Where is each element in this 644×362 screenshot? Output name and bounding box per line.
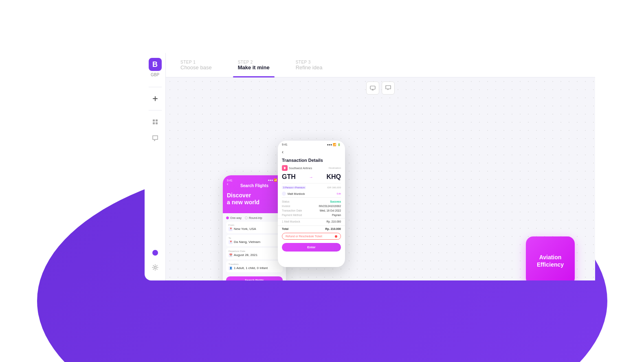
enter-button[interactable]: Enter [282, 243, 341, 252]
aviation-card-text: Aviation Efficiency [537, 254, 564, 268]
airline-logo [282, 165, 288, 171]
sidebar-divider-1 [149, 87, 162, 87]
phone1-status-bar: 9:41 ●●● 📶 🔋 [227, 179, 282, 182]
passenger-row: 3 Person • Premium IDR 360,000 [278, 186, 345, 192]
passenger-name-row: Matt Murdock Edit [278, 192, 345, 197]
invoice-row: Invoice INV231241019302 [282, 205, 341, 207]
status-row: Status Success [282, 200, 341, 203]
settings-icon[interactable] [149, 261, 162, 274]
route-row: GTH → KHQ [278, 172, 345, 183]
svg-rect-0 [153, 119, 155, 121]
from-field[interactable]: From 📍 New York, USA [226, 222, 283, 233]
airline-info: Southwest Airlines [282, 165, 312, 171]
location-icon: 📍 [229, 227, 233, 231]
one-way-option[interactable]: One-way [226, 216, 242, 219]
divider [282, 183, 341, 183]
passenger-info: 3 Person • Premium [282, 186, 306, 189]
canvas-area: 9:41 ●●● 📶 🔋 ‹ Search Flights Discover a… [166, 77, 595, 280]
chat-view-button[interactable] [382, 82, 395, 95]
total-row: Total Rp. 210.000 [278, 225, 345, 233]
traveler-icon: 👤 [229, 266, 233, 270]
refund-button[interactable]: Refund or Reschedule Ticket [282, 233, 341, 240]
phone1-back-arrow[interactable]: ‹ [227, 182, 228, 186]
sidebar: B GBP [145, 53, 166, 280]
destination-icon: 📍 [229, 240, 233, 244]
phone2-nav: ‹ [278, 148, 345, 158]
phone-mockup-search: 9:41 ●●● 📶 🔋 ‹ Search Flights Discover a… [223, 175, 286, 280]
step-3[interactable]: STEP 3 Refine idea [291, 57, 327, 74]
trip-type-selector: One-way Round-trip [226, 216, 283, 219]
from-airport-code: GTH [282, 173, 296, 181]
app-logo: B [149, 58, 162, 71]
refund-indicator [335, 235, 337, 238]
svg-point-4 [154, 267, 156, 269]
traveler-price-row: 1 Matt Murdock Rp. 210.000 [278, 218, 345, 225]
phone1-title-bar: ‹ Search Flights [227, 183, 282, 188]
phone2-status-bar: 9:41 ●●● 📶 🔋 [278, 141, 345, 148]
airline-info-row: Southwest Airlines Destination [278, 165, 345, 172]
step-1[interactable]: STEP 1 Choose base [176, 57, 217, 74]
currency-display[interactable]: GBP [151, 73, 159, 77]
divider-2 [282, 197, 341, 198]
edit-button[interactable]: Edit [337, 192, 341, 195]
phone-mockup-transaction: 9:41 ●●● 📶 🔋 ‹ Transaction Details South… [278, 141, 345, 267]
to-field[interactable]: To 📍 Da Nang, Vietnam [226, 235, 283, 246]
grid-icon[interactable] [149, 115, 162, 128]
payment-method-row: Payment Method Paynan [282, 214, 341, 216]
chat-icon[interactable] [149, 132, 162, 145]
phone1-header: 9:41 ●●● 📶 🔋 ‹ Search Flights Discover a… [223, 175, 286, 213]
svg-rect-2 [153, 122, 155, 124]
user-profile-icon[interactable] [149, 246, 162, 259]
transaction-title: Transaction Details [278, 158, 345, 165]
route-arrow: → [309, 175, 313, 179]
phone1-body: One-way Round-trip From 📍 New York, USA … [223, 213, 286, 280]
transaction-details: Status Success Invoice INV231241019302 T… [278, 200, 345, 216]
discover-text: Discover a new world [227, 190, 282, 208]
step-2[interactable]: STEP 2 Make it mine [233, 57, 275, 74]
aviation-efficiency-card[interactable]: Aviation Efficiency [526, 236, 575, 280]
phone2-back-button[interactable]: ‹ [282, 149, 284, 155]
departure-date-field[interactable]: Departure Date 📅 August 28, 2021 [226, 248, 283, 259]
round-trip-option[interactable]: Round-trip [245, 216, 262, 219]
search-flights-button[interactable]: Search flights [226, 276, 283, 280]
to-airport-code: KHQ [326, 173, 341, 181]
desktop-view-button[interactable] [366, 82, 379, 95]
svg-rect-3 [156, 122, 158, 124]
add-button[interactable] [149, 92, 162, 105]
transaction-date-row: Transaction Date Wed, 18 Oct 2022 [282, 209, 341, 212]
step-bar: STEP 1 Choose base STEP 2 Make it mine S… [166, 53, 595, 77]
svg-rect-5 [370, 86, 375, 89]
svg-rect-1 [156, 119, 158, 121]
sidebar-divider-2 [149, 110, 162, 110]
calendar-icon: 📅 [229, 253, 233, 257]
travelers-field[interactable]: Travelers 👤 1 Adult, 1 child, 0 Infant [226, 261, 283, 272]
